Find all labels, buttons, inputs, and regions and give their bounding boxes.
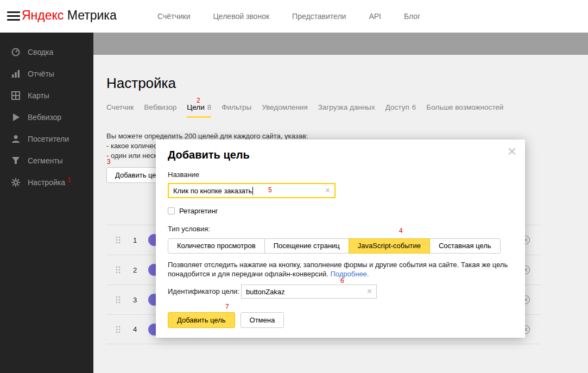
tab-notifications[interactable]: Уведомления bbox=[262, 103, 307, 118]
nav-api[interactable]: API bbox=[369, 12, 381, 21]
maps-icon bbox=[11, 91, 21, 100]
sidebar-item-maps[interactable]: Карты bbox=[0, 85, 93, 106]
sidebar-item-summary[interactable]: Сводка bbox=[0, 41, 93, 63]
drag-handle-icon[interactable] bbox=[115, 325, 121, 334]
goal-name-value: Клик по кнопке заказать bbox=[173, 187, 252, 195]
tab-label: Больше возможностей bbox=[426, 103, 503, 111]
tab-label: Загрузка данных bbox=[318, 103, 375, 111]
dimmed-top-bar bbox=[93, 33, 588, 55]
goal-name-input[interactable]: Клик по кнопке заказать 5 × bbox=[168, 183, 336, 198]
tab-count: 8 bbox=[207, 103, 212, 111]
goal-row-number: 1 bbox=[133, 236, 141, 244]
clear-icon[interactable]: × bbox=[325, 186, 330, 195]
sidebar-item-webvisor[interactable]: Вебвизор bbox=[0, 106, 93, 128]
funnel-icon bbox=[11, 156, 21, 166]
close-icon[interactable]: × bbox=[508, 144, 516, 159]
menu-icon[interactable] bbox=[7, 11, 20, 21]
sidebar-label: Посетители bbox=[28, 135, 69, 143]
condition-option-pageviews[interactable]: Количество просмотров bbox=[168, 238, 265, 254]
drag-handle-icon[interactable] bbox=[115, 265, 121, 274]
tab-label: Счетчик bbox=[106, 103, 134, 111]
annotation-3: 3 bbox=[107, 159, 111, 165]
person-icon bbox=[11, 134, 21, 144]
condition-type-label: Тип условия: bbox=[168, 225, 210, 233]
top-header: Яндекс Метрика Счётчики Целевой звонок П… bbox=[0, 0, 588, 33]
tab-label: Вебвизор bbox=[144, 103, 176, 111]
annotation-1: 1 bbox=[67, 176, 71, 183]
drag-handle-icon[interactable] bbox=[115, 236, 121, 244]
modal-buttons: Добавить цель Отмена bbox=[168, 312, 284, 328]
nav-counters[interactable]: Счётчики bbox=[157, 12, 191, 21]
sidebar: Сводка Отчёты Карты Вебвизор Посетители … bbox=[0, 33, 93, 373]
sidebar-label: Сегменты bbox=[28, 156, 63, 165]
tab-more-features[interactable]: Больше возможностей bbox=[426, 103, 503, 118]
gear-icon bbox=[11, 178, 21, 187]
goal-row-number: 4 bbox=[133, 325, 141, 333]
goal-description: Позволяет отследить нажатие на кнопку, з… bbox=[168, 260, 516, 279]
modal-title: Добавить цель bbox=[168, 149, 250, 161]
retargeting-checkbox[interactable] bbox=[168, 207, 175, 214]
sidebar-label: Отчёты bbox=[28, 69, 54, 78]
condition-option-composite[interactable]: Составная цель bbox=[429, 238, 501, 254]
drag-handle-icon[interactable] bbox=[115, 295, 121, 304]
more-link[interactable]: Подробнее. bbox=[330, 270, 369, 278]
add-goal-submit-button[interactable]: Добавить цель bbox=[168, 312, 235, 328]
goal-name-label: Название bbox=[168, 170, 199, 179]
tab-webvisor[interactable]: Вебвизор bbox=[144, 103, 176, 118]
goal-identifier-value: buttonZakaz bbox=[246, 288, 285, 296]
tab-access[interactable]: Доступ6 bbox=[385, 103, 416, 118]
tab-label: Доступ bbox=[385, 103, 409, 111]
nav-target-call[interactable]: Целевой звонок bbox=[213, 12, 270, 21]
annotation-7: 7 bbox=[225, 304, 229, 310]
yandex-metrika-logo[interactable]: Яндекс Метрика bbox=[22, 8, 117, 23]
sidebar-label: Карты bbox=[28, 91, 49, 100]
play-icon bbox=[11, 112, 21, 122]
clear-icon[interactable]: × bbox=[367, 287, 372, 296]
sidebar-item-settings[interactable]: Настройка 1 bbox=[0, 172, 93, 193]
annotation-4: 4 bbox=[399, 227, 403, 234]
retargeting-option[interactable]: Ретаргетинг bbox=[168, 207, 218, 215]
goal-identifier-label: Идентификатор цели: bbox=[168, 287, 239, 295]
sidebar-item-visitors[interactable]: Посетители bbox=[0, 128, 93, 150]
tab-label: Цели bbox=[187, 103, 204, 111]
sidebar-item-segments[interactable]: Сегменты bbox=[0, 150, 93, 172]
text-caret bbox=[252, 187, 253, 195]
tab-count: 6 bbox=[412, 103, 416, 111]
annotation-6: 6 bbox=[340, 277, 344, 284]
condition-option-js-event[interactable]: JavaScript-событие bbox=[349, 238, 430, 254]
settings-tabs: Счетчик Вебвизор Цели8 Фильтры Уведомлен… bbox=[106, 103, 503, 118]
condition-type-segments: Количество просмотров Посещение страниц … bbox=[168, 238, 501, 254]
tab-goals[interactable]: Цели8 bbox=[187, 103, 211, 118]
logo-product: Метрика bbox=[67, 8, 117, 22]
tab-counter[interactable]: Счетчик bbox=[106, 103, 134, 118]
top-nav: Счётчики Целевой звонок Представители AP… bbox=[157, 0, 420, 33]
nav-representatives[interactable]: Представители bbox=[292, 12, 346, 21]
goal-row-number: 3 bbox=[133, 296, 141, 304]
goal-identifier-input[interactable]: buttonZakaz × bbox=[241, 285, 377, 299]
sidebar-label: Настройка bbox=[28, 178, 65, 187]
bar-chart-icon bbox=[11, 69, 21, 79]
tab-data-upload[interactable]: Загрузка данных bbox=[318, 103, 375, 118]
goal-row-number: 2 bbox=[133, 266, 141, 274]
logo-brand: Яндекс bbox=[22, 8, 64, 22]
dashboard-icon bbox=[11, 47, 21, 57]
add-goal-modal: × Добавить цель Название Клик по кнопке … bbox=[156, 140, 525, 338]
cancel-button[interactable]: Отмена bbox=[241, 312, 284, 328]
sidebar-label: Вебвизор bbox=[28, 113, 61, 122]
tab-label: Уведомления bbox=[262, 103, 307, 111]
tab-label: Фильтры bbox=[222, 103, 251, 111]
page-title: Настройка bbox=[106, 75, 176, 92]
retargeting-label: Ретаргетинг bbox=[179, 207, 218, 215]
sidebar-label: Сводка bbox=[28, 48, 53, 56]
annotation-5: 5 bbox=[268, 187, 272, 193]
tab-filters[interactable]: Фильтры bbox=[222, 103, 251, 118]
condition-option-page-visits[interactable]: Посещение страниц bbox=[264, 238, 349, 254]
sidebar-item-reports[interactable]: Отчёты bbox=[0, 63, 93, 85]
nav-blog[interactable]: Блог bbox=[404, 12, 420, 21]
